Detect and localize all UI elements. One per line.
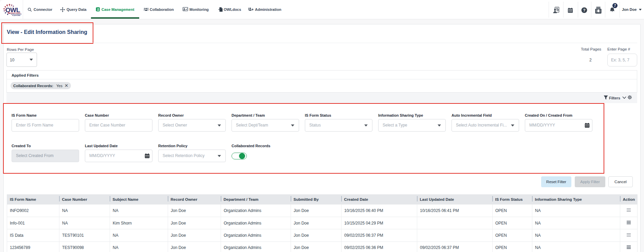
svg-text:OWL: OWL: [5, 6, 20, 14]
svg-text:PLATFORM: PLATFORM: [12, 15, 20, 16]
svg-text:?: ?: [583, 8, 585, 12]
